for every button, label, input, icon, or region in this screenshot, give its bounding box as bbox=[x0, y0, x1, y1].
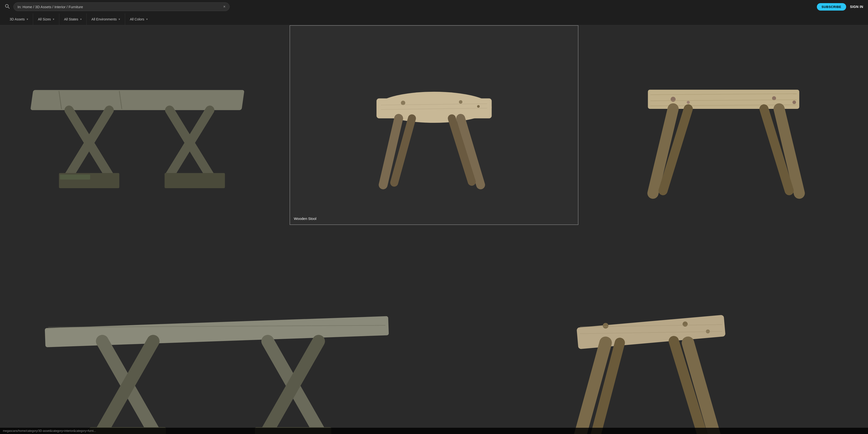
svg-point-14 bbox=[401, 101, 405, 105]
chevron-down-icon: ▾ bbox=[53, 18, 54, 21]
filter-all-states[interactable]: All States ▾ bbox=[59, 13, 87, 25]
filter-all-states-label: All States bbox=[64, 17, 78, 21]
grid-item-stool-2[interactable] bbox=[579, 25, 868, 225]
filter-all-sizes-label: All Sizes bbox=[38, 17, 51, 21]
svg-line-1 bbox=[8, 7, 9, 8]
filter-all-environments[interactable]: All Environments ▾ bbox=[87, 13, 125, 25]
sign-in-button[interactable]: SIGN IN bbox=[850, 5, 863, 9]
filter-all-environments-label: All Environments bbox=[91, 17, 117, 21]
search-icon[interactable] bbox=[5, 4, 10, 10]
grid-item-bench-1[interactable] bbox=[0, 25, 289, 225]
svg-point-27 bbox=[687, 101, 690, 104]
svg-point-26 bbox=[793, 101, 796, 104]
filter-all-colors[interactable]: All Colors ▾ bbox=[125, 13, 152, 25]
grid-item-stool-3[interactable] bbox=[434, 225, 868, 434]
header: In: Home / 3D Assets / Interior / Furnit… bbox=[0, 0, 868, 13]
status-url: megascans/home/category/3D-asset&categor… bbox=[3, 429, 96, 433]
item-label-stool-1: Wooden Stool bbox=[294, 216, 316, 221]
svg-point-24 bbox=[671, 97, 676, 102]
svg-rect-11 bbox=[60, 174, 90, 179]
chevron-down-icon: ▾ bbox=[80, 18, 82, 21]
subscribe-button[interactable]: SUBSCRIBE bbox=[817, 3, 846, 10]
filter-all-sizes[interactable]: All Sizes ▾ bbox=[33, 13, 59, 25]
svg-rect-10 bbox=[165, 173, 225, 188]
main-content: Wooden Stool bbox=[0, 25, 868, 434]
search-clear-button[interactable]: × bbox=[223, 5, 225, 9]
chevron-down-icon: ▾ bbox=[146, 18, 148, 21]
svg-point-15 bbox=[459, 100, 462, 104]
filter-3d-assets-label: 3D Assets bbox=[10, 17, 25, 21]
svg-point-16 bbox=[477, 105, 479, 108]
search-bar-text: In: Home / 3D Assets / Interior / Furnit… bbox=[18, 5, 221, 9]
chevron-down-icon: ▾ bbox=[27, 18, 28, 21]
svg-point-45 bbox=[683, 321, 688, 326]
grid-item-stool-1[interactable]: Wooden Stool bbox=[289, 25, 579, 225]
header-actions: SUBSCRIBE SIGN IN bbox=[817, 3, 863, 10]
svg-point-44 bbox=[603, 323, 609, 329]
search-bar[interactable]: In: Home / 3D Assets / Interior / Furnit… bbox=[13, 2, 229, 11]
status-bar: megascans/home/category/3D-asset&categor… bbox=[0, 428, 868, 434]
filter-3d-assets[interactable]: 3D Assets ▾ bbox=[5, 13, 33, 25]
filter-all-colors-label: All Colors bbox=[130, 17, 144, 21]
grid-item-bench-2[interactable] bbox=[0, 225, 434, 434]
filter-bar: 3D Assets ▾ All Sizes ▾ All States ▾ All… bbox=[0, 13, 868, 25]
chevron-down-icon: ▾ bbox=[119, 18, 120, 21]
